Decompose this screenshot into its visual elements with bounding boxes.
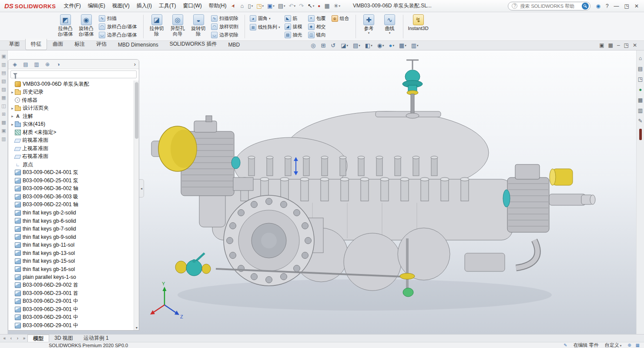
customize-menu[interactable]: 自定义▾ [605, 342, 622, 348]
help-search-box[interactable]: ? [508, 2, 590, 10]
view-settings-icon[interactable]: ▥▾ [411, 43, 419, 48]
ribbon-tab[interactable]: 曲面 [47, 39, 69, 50]
new-document-button[interactable]: ▯▾ [246, 3, 254, 9]
tree-item[interactable]: B03-009-06D-29-002 首 [9, 281, 134, 290]
tree-item[interactable]: thin flat keys gb-9-solid [9, 233, 134, 241]
loft-button[interactable]: ◠ 放样凸台/基体 [97, 23, 140, 30]
tree-item[interactable]: 材质 <未指定> [9, 128, 134, 137]
doc-minimize-icon[interactable]: – [617, 43, 620, 48]
hole-wizard-button[interactable]: ◎ 异型孔 向导 [167, 13, 188, 40]
lofted-cut-button[interactable]: ◠ 放样切割 [210, 23, 241, 30]
scene-icon[interactable]: ▦ [638, 97, 643, 103]
tree-item[interactable]: B03-009-06D-29-001 中 [9, 314, 134, 322]
expand-arrow-icon[interactable]: ▸ [10, 106, 15, 110]
ribbon-tab[interactable]: MBD [222, 40, 245, 50]
design-library-icon[interactable]: ▤ [638, 66, 643, 71]
menu-item[interactable]: 帮助(H) [205, 1, 230, 11]
tree-item[interactable]: B03-009-06D-25-001 泵 [9, 177, 134, 185]
sweep-button[interactable]: ∿ 扫描 [97, 14, 140, 22]
intersect-button[interactable]: ◈ 相交 [307, 23, 329, 30]
menu-item[interactable]: 视图(V) [109, 1, 133, 11]
revolved-boss-button[interactable]: ◉ 旋转凸 台/基体 [76, 13, 97, 40]
first-tab-button[interactable]: « [1, 336, 8, 341]
scrollbar-thumb[interactable] [135, 82, 138, 139]
doc-cascade-icon[interactable]: ▦ [608, 43, 613, 48]
tree-scrollbar[interactable]: ▾ [134, 80, 139, 330]
next-tab-button[interactable]: › [14, 336, 21, 341]
tree-item[interactable]: B03-009-06D-29-001 中 [9, 298, 134, 306]
tree-item[interactable]: thin flat keys gb-2-solid [9, 209, 134, 217]
ribbon-tab[interactable]: MBD Dimensions [112, 40, 164, 50]
tree-item[interactable]: ▸ 实体(416) [9, 120, 134, 129]
expand-arrow-icon[interactable]: ▸ [10, 114, 15, 118]
revolved-cut-button[interactable]: ◒ 旋转切 除 [188, 13, 209, 40]
zoom-fit-icon[interactable]: ◎ [311, 43, 316, 48]
rebuild-button[interactable]: ● [316, 3, 322, 9]
tree-item[interactable]: B03-009-06D-23-001 首 [9, 289, 134, 298]
apply-scene-icon[interactable]: ▦▾ [399, 43, 406, 48]
user-community-icon[interactable]: ◉ [593, 2, 603, 10]
search-input[interactable] [519, 3, 582, 9]
menu-item[interactable]: 文件(F) [60, 1, 84, 11]
document-tab[interactable]: 模型 [27, 335, 49, 342]
side-toolbar-icon[interactable]: ▥ [1, 137, 6, 141]
document-tab[interactable]: 运动算例 1 [78, 335, 114, 342]
tree-item[interactable]: ▸ 历史记录 [9, 88, 134, 97]
side-toolbar-icon[interactable]: ▩ [1, 120, 6, 125]
custom-properties-icon[interactable]: ▥ [638, 108, 643, 113]
top-valve[interactable] [402, 60, 423, 118]
boundary-boss-button[interactable]: ◡ 边界凸台/基体 [97, 31, 140, 39]
ribbon-tab[interactable]: 标注 [69, 39, 91, 50]
appearances-icon[interactable]: ● [639, 87, 642, 92]
wrap-button[interactable]: ◓ 包覆 [307, 14, 329, 22]
help-button[interactable]: ? [603, 2, 611, 10]
maximize-button[interactable]: ◳ [622, 2, 632, 10]
linear-pattern-button[interactable]: ⊞ 线性阵列 ▾ [248, 23, 282, 31]
side-toolbar-icon[interactable]: ▣ [1, 128, 6, 133]
fillet-button[interactable]: ◕ 圆角 ▾ [248, 14, 282, 23]
forum-icon[interactable]: ✎ [638, 118, 642, 124]
file-properties-button[interactable]: ▦ [323, 3, 331, 9]
scroll-down-arrow[interactable]: ▾ [134, 326, 139, 330]
display-grid-icon[interactable]: ▦ [636, 343, 640, 348]
shell-button[interactable]: ▧ 抽壳 [283, 31, 305, 39]
globe-icon[interactable]: ⊕ [627, 343, 631, 348]
tree-item[interactable]: thin flat keys gb-16-sol [9, 265, 134, 274]
options-button[interactable]: ✳▾ [332, 3, 342, 9]
expand-arrow-icon[interactable]: ▸ [10, 122, 15, 127]
expand-arrow-icon[interactable]: ▸ [10, 90, 15, 94]
tree-item[interactable]: B03-009-06D-24-001 泵 [9, 169, 134, 177]
drain-valve[interactable] [175, 253, 211, 276]
configurationmanager-tab-icon[interactable]: ▥ [32, 60, 41, 68]
rib-button[interactable]: ◣ 筋 [283, 14, 305, 22]
pin-menu-icon[interactable]: ➤ [230, 3, 237, 9]
select-button[interactable]: ↖▾ [306, 3, 315, 9]
minimize-button[interactable]: — [611, 2, 622, 10]
tree-item[interactable]: B03-009-06D-29-001 中 [9, 305, 134, 314]
menu-item[interactable]: 工具(T) [155, 1, 179, 11]
document-tab[interactable]: 3D 视图 [49, 335, 78, 342]
side-toolbar-icon[interactable]: ▦ [1, 95, 6, 100]
side-toolbar-icon[interactable]: ⊞ [2, 112, 6, 117]
swept-cut-button[interactable]: ∿ 扫描切除 [210, 14, 241, 22]
menu-item[interactable]: 编辑(E) [84, 1, 109, 11]
redo-button[interactable]: ↷ [298, 3, 305, 9]
print-button[interactable]: ▤▾ [277, 3, 287, 9]
side-toolbar-icon[interactable]: ◫ [1, 104, 6, 108]
extruded-cut-button[interactable]: ◪ 拉伸切 除 [146, 13, 167, 40]
right-bearing-assembly[interactable] [503, 164, 595, 268]
tree-item[interactable]: VMB03-009-06D 单泵头装配 [9, 80, 134, 88]
view-palette-icon[interactable]: ⌂ [639, 56, 642, 61]
tree-item[interactable]: thin flat keys gb-11-sol [9, 241, 134, 249]
displaymanager-tab-icon[interactable]: ◑ [54, 60, 63, 68]
boundary-cut-button[interactable]: ◡ 边界切除 [210, 31, 241, 39]
tree-item[interactable]: 前视基准面 [9, 137, 134, 145]
doc-close-icon[interactable]: ✕ [633, 43, 637, 48]
tabs-overflow-chevron[interactable]: › [134, 61, 137, 67]
combine-button[interactable]: ⊕ 组合 [330, 14, 352, 23]
ribbon-tab[interactable]: 特征 [25, 39, 47, 50]
featuremanager-tab-icon[interactable]: ◈ [10, 60, 20, 68]
tree-item[interactable]: ∟ 原点 [9, 161, 134, 169]
tree-item[interactable]: 上视基准面 [9, 144, 134, 153]
search-button[interactable] [582, 3, 589, 10]
